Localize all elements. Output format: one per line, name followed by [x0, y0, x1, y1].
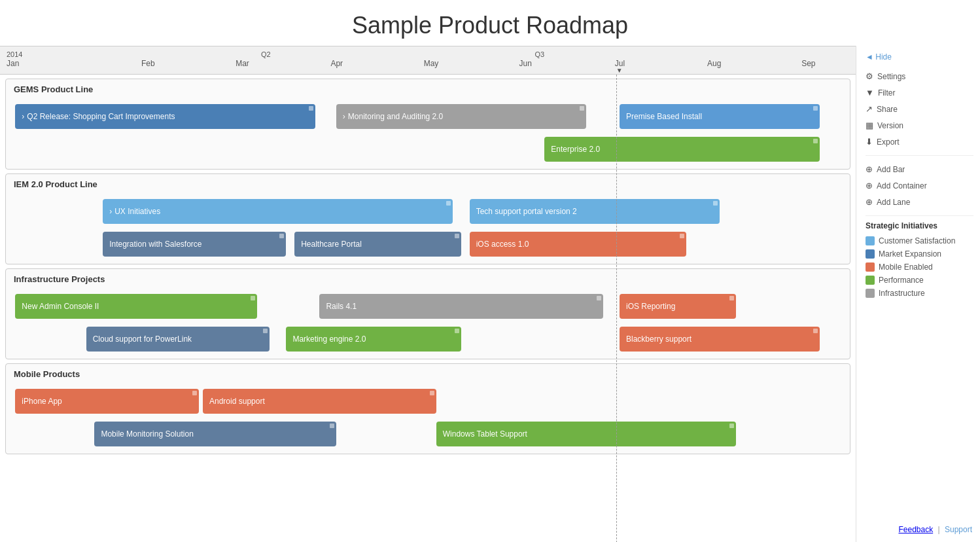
- legend-label-mobile-enabled: Mobile Enabled: [879, 262, 933, 272]
- bar-infra-1-0[interactable]: Cloud support for PowerLink: [86, 327, 270, 352]
- sidebar-divider-1: [866, 155, 973, 156]
- lane-row-gems-0: › Q2 Release: Shopping Cart Improvements…: [11, 102, 845, 131]
- bar-label: Q2 Release: Shopping Cart Improvements: [27, 112, 175, 121]
- bar-label: iPhone App: [22, 397, 61, 406]
- bar-resize-handle[interactable]: [813, 329, 818, 333]
- bar-iem-0-0[interactable]: › UX Initiatives: [103, 199, 453, 224]
- bar-iem-1-0[interactable]: Integration with Salesforce: [103, 232, 286, 257]
- bar-mobile-0-0[interactable]: iPhone App: [15, 389, 198, 414]
- bar-mobile-1-1[interactable]: Windows Tablet Support: [436, 422, 737, 446]
- timeline-header: 2014 Q2 Q3 Jan Feb Mar Apr May Jun Jul A…: [0, 46, 856, 75]
- bar-resize-handle[interactable]: [309, 106, 313, 111]
- bar-resize-handle[interactable]: [430, 391, 434, 395]
- bar-chevron-icon: ›: [343, 112, 345, 121]
- bar-resize-handle[interactable]: [580, 106, 584, 111]
- sidebar-add-lane-label: Add Lane: [877, 198, 910, 207]
- bar-resize-handle[interactable]: [251, 296, 255, 300]
- bar-iem-1-2[interactable]: iOS access 1.0: [470, 232, 686, 257]
- legend-mobile-enabled: Mobile Enabled: [866, 261, 973, 274]
- sidebar-item-share[interactable]: ↗ Share: [866, 101, 973, 117]
- legend-swatch-performance: [866, 276, 875, 285]
- sidebar-item-version[interactable]: ▦ Version: [866, 117, 973, 134]
- sidebar-item-add-bar[interactable]: ⊕ Add Bar: [866, 161, 973, 177]
- q2-label: Q2: [261, 50, 271, 58]
- legend-swatch-customer-satisfaction: [866, 236, 875, 245]
- bar-resize-handle[interactable]: [455, 234, 459, 238]
- share-icon: ↗: [866, 104, 873, 114]
- feedback-link[interactable]: Feedback: [898, 525, 933, 534]
- sidebar-item-filter[interactable]: ▼ Filter: [866, 84, 973, 101]
- version-icon: ▦: [866, 120, 873, 130]
- legend-swatch-infrastructure: [866, 289, 875, 298]
- bar-iem-1-1[interactable]: Healthcare Portal: [294, 232, 461, 257]
- bar-resize-handle[interactable]: [680, 234, 684, 238]
- bar-resize-handle[interactable]: [192, 391, 197, 395]
- bar-label: New Admin Console II: [22, 302, 99, 311]
- sidebar-export-label: Export: [877, 137, 900, 147]
- bar-infra-0-1[interactable]: Rails 4.1: [319, 294, 603, 319]
- export-icon: ⬇: [866, 137, 873, 147]
- bar-resize-handle[interactable]: [813, 106, 818, 111]
- hide-sidebar-button[interactable]: ◄ Hide: [866, 52, 973, 62]
- bar-infra-1-2[interactable]: Blackberry support: [620, 327, 820, 352]
- settings-icon: ⚙: [866, 71, 873, 81]
- bar-resize-handle[interactable]: [729, 296, 734, 300]
- sidebar-filter-label: Filter: [878, 88, 896, 98]
- container-gems: GEMS Product Line› Q2 Release: Shopping …: [5, 79, 850, 170]
- legend-label-infrastructure: Infrastructure: [879, 289, 925, 298]
- bar-resize-handle[interactable]: [813, 139, 818, 143]
- sidebar-item-export[interactable]: ⬇ Export: [866, 134, 973, 150]
- add-bar-icon: ⊕: [866, 164, 873, 174]
- strategic-initiatives-title: Strategic Initiatives: [866, 221, 973, 230]
- sidebar-add-container-label: Add Container: [877, 181, 927, 190]
- bar-iem-0-1[interactable]: Tech support portal version 2: [470, 199, 720, 224]
- bar-label: Rails 4.1: [326, 302, 357, 311]
- bar-label: UX Initiatives: [114, 207, 160, 216]
- bar-resize-handle[interactable]: [455, 329, 459, 333]
- bar-gems-0-0[interactable]: › Q2 Release: Shopping Cart Improvements: [15, 104, 315, 129]
- bar-label: Windows Tablet Support: [443, 429, 527, 439]
- legend-performance: Performance: [866, 274, 973, 287]
- container-title-gems: GEMS Product Line: [6, 79, 850, 99]
- bar-label: Mobile Monitoring Solution: [101, 429, 193, 439]
- bar-resize-handle[interactable]: [330, 424, 334, 428]
- bar-label: Premise Based Install: [626, 112, 702, 121]
- bar-label: iOS Reporting: [626, 302, 675, 311]
- bar-gems-0-2[interactable]: Premise Based Install: [620, 104, 820, 129]
- page-title: Sample Product Roadmap: [0, 0, 980, 46]
- bar-resize-handle[interactable]: [713, 201, 718, 206]
- bar-label: Marketing engine 2.0: [292, 334, 366, 344]
- bar-gems-1-0[interactable]: Enterprise 2.0: [544, 137, 819, 162]
- bar-chevron-icon: ›: [22, 112, 24, 121]
- bar-chevron-icon: ›: [109, 207, 112, 216]
- legend-customer-satisfaction: Customer Satisfaction: [866, 234, 973, 247]
- footer-separator: |: [938, 525, 940, 534]
- bar-mobile-1-0[interactable]: Mobile Monitoring Solution: [94, 422, 336, 446]
- sidebar-item-add-lane[interactable]: ⊕ Add Lane: [866, 194, 973, 210]
- bar-infra-0-0[interactable]: New Admin Console II: [15, 294, 256, 319]
- container-mobile: Mobile ProductsiPhone AppAndroid support…: [5, 363, 850, 454]
- bar-resize-handle[interactable]: [597, 296, 601, 300]
- bar-label: Android support: [209, 397, 265, 406]
- bar-resize-handle[interactable]: [263, 329, 268, 333]
- sidebar-share-label: Share: [877, 105, 898, 114]
- bar-mobile-0-1[interactable]: Android support: [203, 389, 436, 414]
- lane-row-mobile-0: iPhone AppAndroid support: [11, 387, 845, 416]
- bar-resize-handle[interactable]: [446, 201, 451, 206]
- sidebar-item-add-container[interactable]: ⊕ Add Container: [866, 177, 973, 194]
- bar-infra-0-2[interactable]: iOS Reporting: [620, 294, 736, 319]
- bar-infra-1-1[interactable]: Marketing engine 2.0: [286, 327, 461, 352]
- legend-swatch-mobile-enabled: [866, 262, 875, 272]
- bar-label: Integration with Salesforce: [109, 240, 201, 249]
- bar-resize-handle[interactable]: [729, 424, 734, 428]
- month-sep: Sep: [761, 59, 856, 68]
- rows-mobile: iPhone AppAndroid supportMobile Monitori…: [6, 384, 850, 454]
- rows-infra: New Admin Console IIRails 4.1iOS Reporti…: [6, 289, 850, 359]
- sidebar-item-settings[interactable]: ⚙ Settings: [866, 68, 973, 84]
- bar-gems-0-1[interactable]: › Monitoring and Auditing 2.0: [336, 104, 586, 129]
- legend-label-market-expansion: Market Expansion: [879, 249, 941, 259]
- support-link[interactable]: Support: [945, 525, 972, 534]
- sidebar-divider-2: [866, 215, 973, 216]
- footer-links: Feedback | Support: [898, 525, 972, 534]
- bar-resize-handle[interactable]: [279, 234, 284, 238]
